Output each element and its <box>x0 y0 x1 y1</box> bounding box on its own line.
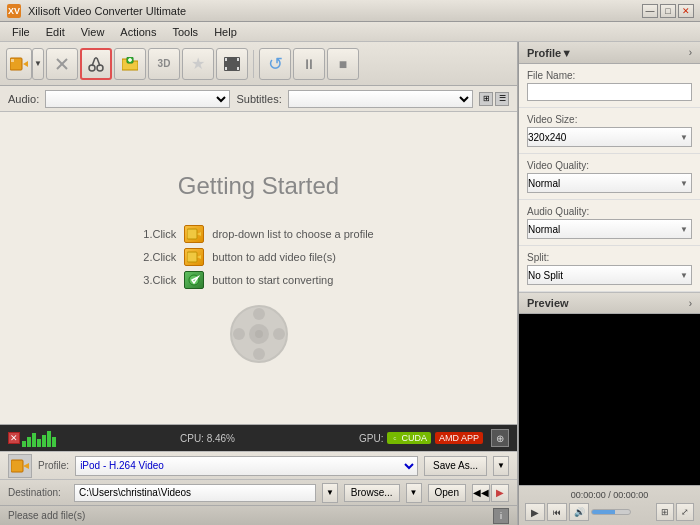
av-view-icons: ⊞ ☰ <box>479 92 509 106</box>
svg-rect-22 <box>187 252 197 262</box>
grid-view-icon[interactable]: ⊞ <box>479 92 493 106</box>
svg-rect-17 <box>225 67 227 70</box>
bottom-bar: ✕ CPU: 8.46% GPU: C <box>0 424 517 525</box>
amd-badge: AMD APP <box>435 432 483 444</box>
svg-marker-21 <box>197 232 201 236</box>
add-folder-button[interactable] <box>114 48 146 80</box>
playback-controls: ▶ ⏮ 🔊 <box>525 503 631 521</box>
menu-bar: File Edit View Actions Tools Help <box>0 22 700 42</box>
svg-rect-35 <box>11 460 23 472</box>
remove-button[interactable] <box>46 48 78 80</box>
svg-rect-19 <box>237 67 239 70</box>
convert-button[interactable]: ↺ <box>259 48 291 80</box>
nav-convert-button[interactable]: ▶ <box>491 484 509 502</box>
stop-button[interactable]: ■ <box>327 48 359 80</box>
save-as-button[interactable]: Save As... <box>424 456 487 476</box>
rewind-button[interactable]: ⏮ <box>547 503 567 521</box>
video-size-section: Video Size: 320x240 640x480 1280x720 <box>519 108 700 154</box>
bar-5 <box>42 435 46 447</box>
profile-panel-title: Profile▼ <box>527 47 572 59</box>
right-preview-buttons: ⊞ ⤢ <box>656 503 694 521</box>
step-3-action: button to start converting <box>212 274 333 286</box>
minimize-button[interactable]: — <box>642 4 658 18</box>
volume-slider[interactable] <box>591 509 631 515</box>
video-quality-label: Video Quality: <box>527 160 692 171</box>
browse-button[interactable]: Browse... <box>344 484 400 502</box>
menu-file[interactable]: File <box>4 24 38 40</box>
destination-input[interactable] <box>74 484 316 502</box>
svg-point-31 <box>233 328 245 340</box>
screenshot-button[interactable]: ⊕ <box>491 429 509 447</box>
screenshot-preview-button[interactable]: ⊞ <box>656 503 674 521</box>
cuda-badge: C CUDA <box>387 432 431 444</box>
list-view-icon[interactable]: ☰ <box>495 92 509 106</box>
profile-panel-header: Profile▼ › <box>519 42 700 64</box>
pause-button[interactable]: ⏸ <box>293 48 325 80</box>
nav-prev-button[interactable]: ◀◀ <box>472 484 490 502</box>
video-size-select-wrapper: 320x240 640x480 1280x720 <box>527 127 692 147</box>
maximize-button[interactable]: □ <box>660 4 676 18</box>
browse-arrow-button[interactable]: ▼ <box>406 483 422 503</box>
bar-7 <box>52 437 56 447</box>
save-as-arrow-button[interactable]: ▼ <box>493 456 509 476</box>
title-bar: XV Xilisoft Video Converter Ultimate — □… <box>0 0 700 22</box>
video-size-select[interactable]: 320x240 640x480 1280x720 <box>527 127 692 147</box>
3d-button[interactable]: 3D <box>148 48 180 80</box>
cpu-gpu-bar: ✕ CPU: 8.46% GPU: C <box>0 425 517 451</box>
destination-row: Destination: ▼ Browse... ▼ Open ◀◀ ▶ <box>0 479 517 505</box>
split-select[interactable]: No Split By Size By Count <box>527 265 692 285</box>
close-button[interactable]: ✕ <box>678 4 694 18</box>
gpu-info: GPU: C CUDA AMD APP <box>359 432 483 444</box>
menu-view[interactable]: View <box>73 24 113 40</box>
add-video-button[interactable] <box>6 48 32 80</box>
bar-4 <box>37 439 41 447</box>
cpu-info: CPU: 8.46% <box>64 433 351 444</box>
video-quality-select[interactable]: Low Normal High <box>527 173 692 193</box>
svg-point-30 <box>253 348 265 360</box>
open-button[interactable]: Open <box>428 484 466 502</box>
menu-edit[interactable]: Edit <box>38 24 73 40</box>
audio-quality-label: Audio Quality: <box>527 206 692 217</box>
close-small-button[interactable]: ✕ <box>8 432 20 444</box>
nav-buttons: ◀◀ ▶ <box>472 484 509 502</box>
content-area: Getting Started 1.Click drop-down list t… <box>0 112 517 424</box>
menu-actions[interactable]: Actions <box>112 24 164 40</box>
toolbar-separator <box>253 50 254 78</box>
svg-text:XV: XV <box>8 6 20 16</box>
time-display: 00:00:00 / 00:00:00 <box>525 490 694 500</box>
profile-thumbnail <box>8 454 32 478</box>
profile-dropdown[interactable]: iPod - H.264 Video <box>75 456 418 476</box>
audio-visualizer <box>22 429 56 447</box>
file-name-label: File Name: <box>527 70 692 81</box>
profile-field-label: Profile: <box>38 460 69 471</box>
getting-started-title: Getting Started <box>178 172 339 200</box>
step-1-action: drop-down list to choose a profile <box>212 228 373 240</box>
destination-label: Destination: <box>8 487 68 498</box>
cut-button[interactable] <box>80 48 112 80</box>
file-name-input[interactable] <box>527 83 692 101</box>
film-effect-button[interactable] <box>216 48 248 80</box>
preview-expand-icon[interactable]: › <box>689 298 692 309</box>
profile-expand-icon[interactable]: › <box>689 47 692 58</box>
main-area: ▼ <box>0 42 700 525</box>
menu-help[interactable]: Help <box>206 24 245 40</box>
film-reel-decoration <box>229 304 289 364</box>
fullscreen-button[interactable]: ⤢ <box>676 503 694 521</box>
audio-quality-select[interactable]: Low Normal High <box>527 219 692 239</box>
status-line: Please add file(s) i <box>0 505 517 525</box>
add-video-dropdown[interactable]: ▼ <box>32 48 44 80</box>
preview-title: Preview <box>527 297 569 309</box>
audio-select[interactable] <box>45 90 230 108</box>
video-size-label: Video Size: <box>527 114 692 125</box>
dest-arrow-button[interactable]: ▼ <box>322 483 338 503</box>
info-icon[interactable]: i <box>493 508 509 524</box>
menu-tools[interactable]: Tools <box>164 24 206 40</box>
play-button[interactable]: ▶ <box>525 503 545 521</box>
star-button[interactable]: ★ <box>182 48 214 80</box>
right-panel: Profile▼ › File Name: Video Size: 320x24… <box>518 42 700 525</box>
step-3-row: 3.Click button to start converting <box>143 271 373 289</box>
subtitles-select[interactable] <box>288 90 473 108</box>
profile-row: Profile: iPod - H.264 Video Save As... ▼ <box>0 451 517 479</box>
toolbar: ▼ <box>0 42 517 86</box>
volume-icon[interactable]: 🔊 <box>569 503 589 521</box>
